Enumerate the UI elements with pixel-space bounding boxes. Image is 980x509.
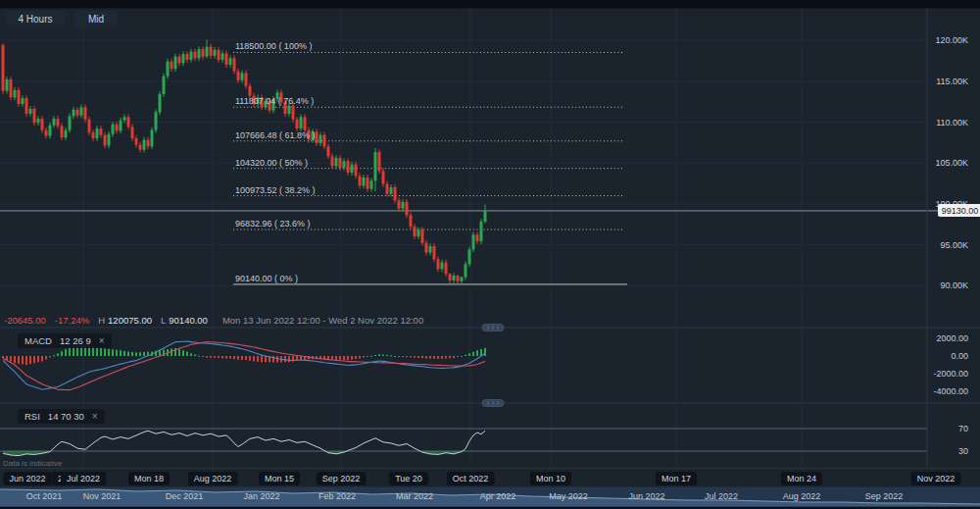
candle-body — [159, 94, 162, 112]
fib-level-label: 107666.48 ( 61.8% ) — [235, 130, 316, 140]
rsi-axis-tick: 70 — [911, 424, 968, 433]
candle-body — [214, 50, 217, 56]
macd-histogram-bar — [421, 356, 423, 358]
macd-histogram-bar — [127, 352, 129, 357]
rsi-line — [3, 431, 485, 455]
x-axis-label: Sep 2022 — [317, 472, 367, 485]
candle-body — [76, 110, 79, 116]
fib-level-label: 90140.00 ( 0% ) — [235, 274, 298, 283]
price-axis-tick: 110.00K — [911, 118, 968, 127]
candle-body — [182, 54, 185, 63]
candle-body — [41, 119, 44, 130]
candle-body — [174, 57, 177, 69]
candle-body — [45, 130, 48, 136]
price-axis-tick: 90.00K — [911, 280, 968, 290]
candle-body — [108, 134, 111, 146]
candle-body — [468, 249, 471, 264]
macd-histogram-bar — [25, 356, 27, 365]
macd-histogram-bar — [116, 350, 118, 356]
last-price-tag: 99130.00 — [938, 204, 980, 217]
macd-histogram-bar — [135, 352, 137, 356]
x-axis-label: Oct 2022 — [447, 472, 495, 485]
candle-body — [461, 278, 464, 281]
macd-histogram-bar — [100, 348, 102, 356]
macd-histogram-bar — [57, 353, 59, 356]
candle-body — [370, 180, 373, 188]
candle-body — [319, 135, 322, 143]
x-axis-label: Jul 2022 — [61, 472, 106, 485]
candle-body — [206, 47, 209, 57]
candle-body — [29, 109, 32, 114]
candle-body — [394, 187, 397, 200]
candle-body — [84, 107, 87, 119]
candle-body — [363, 178, 366, 185]
navigator-month-label: Oct 2021 — [26, 491, 63, 501]
macd-histogram-bar — [18, 356, 20, 364]
rsi-close-icon[interactable]: × — [92, 411, 98, 422]
candle-body — [53, 119, 56, 126]
candle-body — [104, 135, 107, 146]
high-readout: H120075.00 — [98, 315, 152, 326]
macd-histogram-bar — [49, 356, 51, 357]
x-axis-label: Mon 18 — [128, 472, 170, 485]
candle-body — [116, 125, 119, 131]
price-type-button[interactable]: Mid — [74, 11, 118, 27]
candle-body — [221, 53, 224, 60]
macd-histogram-bar — [406, 356, 408, 357]
fib-level-label: 111807.04 ( 76.4% ) — [235, 96, 314, 106]
candle-body — [378, 152, 381, 171]
candle-body — [171, 62, 173, 69]
macd-histogram-bar — [382, 355, 384, 356]
candle-body — [73, 110, 75, 117]
candle-body — [147, 140, 150, 147]
candle-body — [355, 165, 358, 177]
x-axis-label: Aug 2022 — [188, 472, 238, 485]
candle-body — [410, 215, 413, 227]
navigator-month-label: Jan 2022 — [243, 491, 279, 501]
candle-body — [445, 263, 448, 275]
candle-body — [304, 117, 307, 129]
macd-histogram-bar — [363, 356, 365, 358]
macd-histogram-bar — [53, 355, 55, 356]
candle-body — [351, 165, 354, 173]
timeframe-button[interactable]: 4 Hours — [6, 11, 65, 27]
chart-canvas[interactable] — [0, 0, 980, 509]
candle-body — [163, 76, 166, 94]
candle-body — [80, 107, 83, 115]
macd-close-icon[interactable]: × — [99, 335, 105, 346]
macd-histogram-bar — [367, 356, 368, 357]
rsi-title: RSI — [24, 411, 40, 422]
macd-histogram-bar — [261, 356, 263, 362]
candle-body — [449, 274, 452, 280]
macd-histogram-bar — [41, 356, 43, 361]
candle-body — [288, 106, 291, 114]
macd-histogram-bar — [218, 356, 220, 358]
macd-histogram-bar — [22, 356, 24, 364]
candle-body — [465, 264, 467, 277]
macd-histogram-bar — [45, 356, 47, 359]
fib-level-label: 100973.52 ( 38.2% ) — [235, 185, 316, 195]
x-axis-label: Nov 2022 — [911, 472, 961, 485]
navigator-month-label: Jun 2022 — [628, 491, 664, 501]
macd-histogram-bar — [65, 349, 67, 356]
candle-body — [2, 45, 5, 91]
candle-body — [37, 119, 40, 123]
price-axis-tick: 115.00K — [911, 76, 968, 86]
macd-axis-tick: 0.00 — [911, 351, 968, 361]
candle-body — [441, 263, 444, 270]
macd-histogram-bar — [69, 347, 71, 356]
candle-body — [92, 132, 95, 138]
candle-body — [417, 229, 420, 236]
macd-histogram-bar — [37, 356, 39, 362]
rsi-params: 14 70 30 — [48, 411, 84, 422]
macd-axis-tick: 2000.00 — [911, 333, 968, 343]
candle-body — [190, 52, 193, 60]
x-axis-label: Mon 24 — [781, 472, 822, 485]
macd-histogram-bar — [441, 356, 443, 359]
change-value: -20645.00 — [4, 315, 46, 326]
macd-histogram-bar — [225, 356, 227, 359]
macd-histogram-bar — [347, 356, 349, 360]
candle-body — [480, 222, 483, 241]
x-axis-label: Mon 10 — [530, 472, 571, 485]
macd-histogram-bar — [241, 356, 243, 360]
